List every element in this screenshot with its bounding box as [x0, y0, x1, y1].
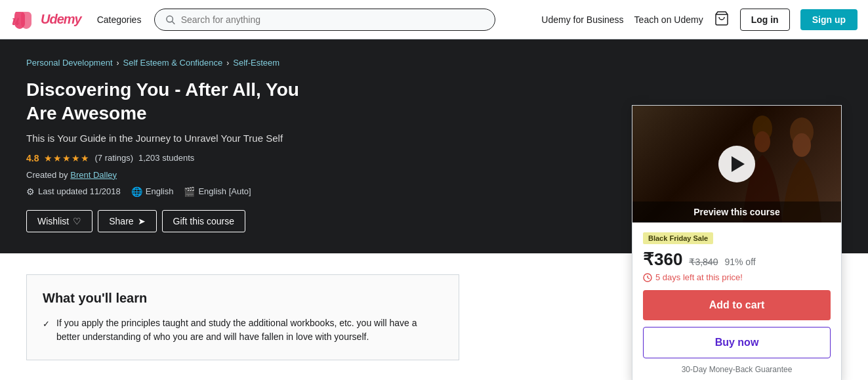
current-price: ₹360 [643, 249, 682, 270]
globe-icon: 🌐 [131, 186, 142, 197]
breadcrumb: Personal Development › Self Esteem & Con… [26, 58, 302, 68]
clock-icon [643, 273, 652, 282]
share-button[interactable]: Share ➤ [98, 210, 156, 232]
last-updated: ⚙ Last updated 11/2018 [26, 186, 121, 197]
login-button[interactable]: Log in [740, 9, 790, 31]
svg-point-7 [754, 131, 770, 152]
rating-row: 4.8 ★ ★ ★ ★ ★ (7 ratings) 1,203 students [26, 153, 302, 163]
rating-number: 4.8 [26, 153, 39, 163]
breadcrumb-sep-1: › [117, 58, 119, 68]
breadcrumb-sep-2: › [226, 58, 229, 68]
meta-row: ⚙ Last updated 11/2018 🌐 English 🎬 Engli… [26, 186, 302, 197]
udemy-business-link[interactable]: Udemy for Business [541, 14, 623, 25]
svg-point-1 [167, 16, 173, 22]
settings-icon: ⚙ [26, 186, 35, 197]
search-input[interactable] [181, 14, 485, 25]
navbar: 𝑢 Udemy Categories Udemy for Business Te… [0, 0, 868, 39]
course-subtitle: This is Your Guide in the Journey to Unr… [26, 133, 302, 144]
teach-link[interactable]: Teach on Udemy [634, 14, 703, 25]
play-icon [732, 156, 745, 172]
breadcrumb-personal-dev[interactable]: Personal Development [26, 58, 113, 68]
language: 🌐 English [131, 186, 174, 197]
hero-content: Personal Development › Self Esteem & Con… [26, 58, 538, 232]
original-price: ₹3,840 [689, 257, 718, 267]
buy-now-button[interactable]: Buy now [643, 327, 831, 358]
discount-percent: 91% off [724, 257, 755, 267]
udemy-logo-text: Udemy [41, 12, 81, 27]
cc-icon: 🎬 [184, 186, 195, 197]
logo-link[interactable]: 𝑢 Udemy [10, 7, 81, 33]
star-4: ★ [72, 153, 80, 163]
add-to-cart-button[interactable]: Add to cart [643, 290, 831, 320]
learn-title: What you'll learn [43, 291, 443, 306]
created-by: Created by Brent Dalley [26, 170, 302, 180]
course-preview-image[interactable]: Preview this course [632, 106, 841, 222]
money-back-text: 30-Day Money-Back Guarantee [643, 365, 831, 374]
hero-section: Personal Development › Self Esteem & Con… [0, 39, 868, 253]
check-icon: ✓ [43, 318, 50, 331]
hero-buttons: Wishlist ♡ Share ➤ Gift this course [26, 210, 302, 232]
course-card-body: Black Friday Sale ₹360 ₹3,840 91% off 5 … [632, 222, 841, 380]
preview-label[interactable]: Preview this course [632, 201, 841, 222]
student-count: 1,203 students [138, 153, 194, 163]
svg-line-2 [173, 21, 175, 24]
svg-text:𝑢: 𝑢 [12, 12, 20, 28]
breadcrumb-self-esteem[interactable]: Self-Esteem [233, 58, 279, 68]
search-bar[interactable] [154, 9, 495, 31]
star-3: ★ [62, 153, 71, 163]
wishlist-button[interactable]: Wishlist ♡ [26, 210, 93, 232]
star-5: ★ [81, 153, 89, 163]
share-icon: ➤ [138, 216, 146, 226]
search-icon [165, 14, 175, 25]
heart-icon: ♡ [73, 216, 81, 226]
gift-button[interactable]: Gift this course [162, 210, 245, 232]
captions: 🎬 English [Auto] [184, 186, 251, 197]
star-2: ★ [53, 153, 62, 163]
instructor-link[interactable]: Brent Dalley [70, 170, 117, 180]
learn-item: ✓ If you apply the principles taught and… [43, 316, 443, 344]
categories-nav[interactable]: Categories [92, 12, 147, 28]
svg-line-10 [648, 278, 650, 279]
svg-point-5 [793, 133, 811, 157]
rating-count: (7 ratings) [94, 153, 133, 163]
stars: ★ ★ ★ ★ ★ [44, 153, 89, 163]
course-card: Preview this course Black Friday Sale ₹3… [632, 105, 842, 380]
sale-badge: Black Friday Sale [643, 232, 713, 244]
signup-button[interactable]: Sign up [800, 9, 858, 30]
cart-icon[interactable] [714, 11, 730, 29]
price-row: ₹360 ₹3,840 91% off [643, 249, 831, 270]
play-button[interactable] [718, 146, 755, 182]
navbar-right: Udemy for Business Teach on Udemy Log in… [541, 9, 858, 31]
learn-section: What you'll learn ✓ If you apply the pri… [26, 274, 459, 360]
breadcrumb-self-esteem-conf[interactable]: Self Esteem & Confidence [123, 58, 223, 68]
urgency-text: 5 days left at this price! [643, 272, 831, 282]
course-title: Discovering You - After All, You Are Awe… [26, 78, 302, 126]
star-1: ★ [44, 153, 52, 163]
